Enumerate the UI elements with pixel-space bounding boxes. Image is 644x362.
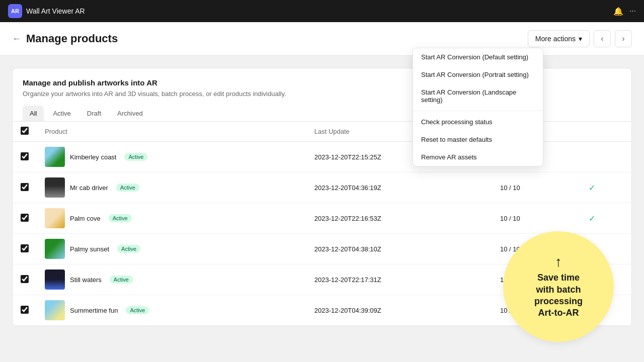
check-cell: ✓ — [581, 172, 631, 203]
product-thumbnail — [45, 239, 65, 259]
check-cell — [581, 142, 631, 172]
product-thumbnail — [45, 269, 65, 290]
topbar: AR Wall Art Viewer AR 🔔 ··· — [0, 0, 644, 22]
promo-text: Save timewith batchprocessingArt-to-AR — [534, 272, 583, 319]
product-cell: Still watersActive — [45, 269, 298, 290]
promo-arrow-icon: ↑ — [555, 254, 562, 270]
row-checkbox-5[interactable] — [21, 275, 29, 283]
product-name: Mr cab driver — [70, 184, 108, 192]
product-name: Still waters — [70, 276, 102, 284]
last-update-cell: 2023-12-20T04:38:10Z — [306, 234, 492, 264]
product-name: Kimberley coast — [70, 153, 116, 161]
page-title: Manage products — [26, 32, 118, 45]
page-header-right: More actions ▾ ‹ › — [528, 30, 632, 47]
app-icon: AR — [8, 4, 22, 18]
checkmark-icon: ✓ — [589, 214, 595, 223]
last-update-cell: 2023-12-20T22:17:31Z — [306, 264, 492, 295]
dropdown-divider — [413, 111, 543, 111]
dropdown-item-remove-assets[interactable]: Remove AR assets — [413, 148, 543, 166]
product-name: Palm cove — [70, 215, 101, 222]
product-thumbnail — [45, 177, 65, 198]
table-row: Palm coveActive2023-12-20T22:16:53Z10 / … — [13, 203, 631, 234]
product-name: Summertime fun — [70, 307, 118, 314]
check-cell: ✓ — [581, 203, 631, 234]
last-update-cell: 2023-12-20T22:16:53Z — [306, 203, 492, 234]
back-button[interactable]: ← — [12, 34, 21, 44]
product-cell: Mr cab driverActive — [45, 177, 298, 198]
product-cell: Kimberley coastActive — [45, 147, 298, 167]
bell-icon[interactable]: 🔔 — [613, 7, 623, 16]
variants-cell: 10 / 10 — [492, 172, 581, 203]
status-badge: Active — [126, 306, 149, 314]
tab-all[interactable]: All — [23, 106, 44, 121]
dropdown-item-start-portrait[interactable]: Start AR Conversion (Portrait setting) — [413, 66, 543, 83]
col-product: Product — [37, 122, 306, 142]
status-badge: Active — [124, 153, 147, 161]
row-checkbox-4[interactable] — [21, 244, 29, 252]
topbar-right: 🔔 ··· — [613, 7, 636, 16]
product-thumbnail — [45, 208, 65, 228]
variants-cell: 10 / 10 — [492, 203, 581, 234]
more-actions-dropdown: Start AR Conversion (Default setting) St… — [413, 48, 543, 166]
select-all-checkbox[interactable] — [21, 127, 29, 135]
page-header-left: ← Manage products — [12, 32, 118, 45]
chevron-down-icon: ▾ — [579, 35, 582, 43]
next-button[interactable]: › — [615, 30, 632, 47]
tab-draft[interactable]: Draft — [80, 106, 108, 121]
more-actions-button[interactable]: More actions ▾ — [528, 30, 590, 47]
app-name: Wall Art Viewer AR — [26, 7, 85, 15]
product-cell: Summertime funActive — [45, 300, 298, 320]
prev-button[interactable]: ‹ — [594, 30, 611, 47]
row-checkbox-1[interactable] — [21, 152, 29, 160]
topbar-left: AR Wall Art Viewer AR — [8, 4, 85, 18]
status-badge: Active — [116, 184, 139, 192]
dropdown-item-start-default[interactable]: Start AR Conversion (Default setting) — [413, 48, 543, 66]
dropdown-item-check-status[interactable]: Check processing status — [413, 113, 543, 131]
row-checkbox-3[interactable] — [21, 214, 29, 222]
status-badge: Active — [117, 245, 140, 253]
row-checkbox-2[interactable] — [21, 183, 29, 191]
page-header: ← Manage products More actions ▾ ‹ › — [0, 22, 644, 56]
table-row: Mr cab driverActive2023-12-20T04:36:19Z1… — [13, 172, 631, 203]
last-update-cell: 2023-12-20T04:39:09Z — [306, 295, 492, 326]
status-badge: Active — [110, 276, 133, 284]
product-thumbnail — [45, 300, 65, 320]
tab-active[interactable]: Active — [46, 106, 77, 121]
product-cell: Palm coveActive — [45, 208, 298, 228]
product-name: Palmy sunset — [70, 245, 109, 253]
col-check — [581, 122, 631, 142]
last-update-cell: 2023-12-20T04:36:19Z — [306, 172, 492, 203]
checkmark-icon: ✓ — [589, 184, 595, 192]
product-thumbnail — [45, 147, 65, 167]
dropdown-item-reset-defaults[interactable]: Reset to master defaults — [413, 131, 543, 148]
tab-archived[interactable]: Archived — [110, 106, 150, 121]
status-badge: Active — [109, 214, 132, 222]
product-cell: Palmy sunsetActive — [45, 239, 298, 259]
promo-badge: ↑ Save timewith batchprocessingArt-to-AR — [503, 231, 614, 342]
row-checkbox-6[interactable] — [21, 306, 29, 314]
more-icon[interactable]: ··· — [629, 7, 636, 16]
dropdown-item-start-landscape[interactable]: Start AR Conversion (Landscape setting) — [413, 83, 543, 109]
